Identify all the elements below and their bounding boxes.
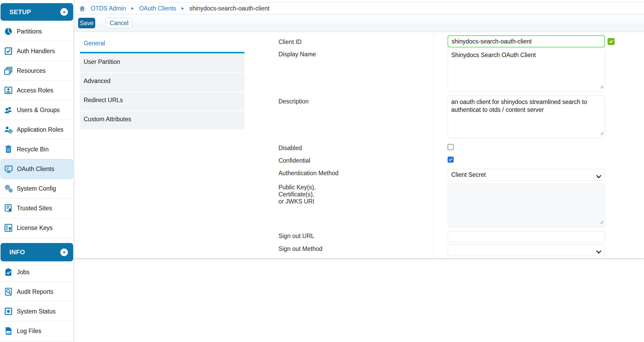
oauth-client-form: General User Partition Advanced Redirect… bbox=[74, 32, 644, 259]
sidebar-item-partitions[interactable]: Partitions bbox=[0, 22, 74, 41]
license-keys-icon bbox=[3, 223, 13, 233]
sidebar-item-recycle-bin[interactable]: Recycle Bin bbox=[0, 140, 74, 159]
auth-handlers-icon bbox=[3, 46, 13, 56]
description-label: Description bbox=[278, 98, 309, 105]
chevron-up-icon bbox=[62, 250, 66, 254]
save-button[interactable]: Save bbox=[78, 18, 95, 28]
oauth-clients-icon bbox=[4, 164, 14, 174]
jobs-icon bbox=[3, 267, 13, 277]
sidebar-item-log-files[interactable]: Log Log Files bbox=[0, 321, 74, 341]
sign-out-method-field bbox=[448, 244, 605, 256]
sidebar-item-label: Jobs bbox=[17, 269, 30, 276]
sidebar-item-label: Auth Handlers bbox=[17, 48, 55, 55]
recycle-bin-icon bbox=[3, 144, 13, 154]
collapse-setup-button[interactable] bbox=[60, 8, 68, 16]
setup-header-label: SETUP bbox=[9, 8, 31, 16]
sidebar-item-users-groups[interactable]: Users & Groups bbox=[0, 100, 74, 120]
client-id-input[interactable] bbox=[448, 35, 605, 47]
description-textarea[interactable]: an oauth client for shinydocs streamline… bbox=[448, 96, 605, 138]
info-section-header[interactable]: INFO bbox=[1, 243, 73, 261]
breadcrumb: OTDS Admin OAuth Clients shinydocs-searc… bbox=[74, 2, 644, 14]
breadcrumb-arrow-icon bbox=[181, 7, 184, 10]
sidebar-item-auth-handlers[interactable]: Auth Handlers bbox=[0, 41, 74, 61]
sign-out-url-input[interactable] bbox=[448, 231, 605, 242]
system-status-icon bbox=[3, 306, 13, 316]
authentication-method-field: Client Secret bbox=[448, 169, 605, 181]
svg-text:Log: Log bbox=[7, 331, 10, 334]
display-name-label: Display Name bbox=[278, 51, 316, 58]
sidebar-item-license-keys[interactable]: License Keys bbox=[0, 218, 74, 238]
sidebar-item-label: Log Files bbox=[17, 328, 41, 335]
sidebar-item-system-config[interactable]: System Config bbox=[0, 179, 74, 198]
tab-list: General User Partition Advanced Redirect… bbox=[80, 32, 244, 130]
resources-icon bbox=[3, 66, 13, 76]
tab-user-partition[interactable]: User Partition bbox=[80, 54, 244, 72]
chevron-down-icon bbox=[596, 173, 602, 180]
breadcrumb-arrow-icon bbox=[131, 7, 134, 10]
sidebar-item-label: License Keys bbox=[17, 224, 53, 231]
breadcrumb-link-otds-admin[interactable]: OTDS Admin bbox=[91, 5, 126, 12]
breadcrumb-current-item: shinydocs-search-oauth-client bbox=[189, 5, 270, 12]
trusted-sites-icon bbox=[3, 203, 13, 213]
cancel-button[interactable]: Cancel bbox=[106, 18, 132, 28]
action-toolbar: Save Cancel bbox=[74, 14, 644, 32]
sign-out-method-select[interactable] bbox=[448, 244, 605, 256]
disabled-label: Disabled bbox=[278, 145, 302, 152]
tab-custom-attributes[interactable]: Custom Attributes bbox=[80, 111, 244, 130]
authentication-method-select[interactable]: Client Secret bbox=[448, 169, 605, 181]
sidebar-item-system-status[interactable]: System Status bbox=[0, 302, 74, 321]
chevron-up-icon bbox=[62, 10, 66, 14]
sidebar-item-label: Access Roles bbox=[17, 87, 53, 94]
sign-out-method-label: Sign out Method bbox=[278, 245, 323, 252]
sign-out-url-label: Sign out URL bbox=[278, 233, 314, 240]
client-id-field bbox=[448, 35, 605, 47]
audit-reports-icon bbox=[3, 287, 13, 297]
disabled-checkbox[interactable] bbox=[448, 144, 454, 150]
sidebar-item-label: Application Roles bbox=[17, 126, 63, 133]
home-icon[interactable] bbox=[79, 5, 86, 12]
display-name-field: Shinydocs Search OAuth Client bbox=[448, 49, 605, 92]
public-keys-textarea[interactable] bbox=[448, 184, 605, 227]
sign-out-url-field bbox=[448, 231, 605, 242]
check-icon bbox=[448, 157, 453, 162]
sidebar-item-resources[interactable]: Resources bbox=[0, 61, 74, 81]
client-id-label: Client ID bbox=[278, 38, 302, 46]
client-id-valid-icon bbox=[608, 38, 615, 45]
sidebar-item-label: System Config bbox=[17, 185, 56, 192]
active-tab-indicator bbox=[80, 52, 244, 53]
sidebar-item-label: Users & Groups bbox=[17, 107, 60, 114]
sidebar-item-label: Recycle Bin bbox=[17, 146, 49, 153]
partitions-icon bbox=[3, 26, 13, 36]
system-config-icon bbox=[3, 184, 13, 194]
chevron-down-icon bbox=[596, 249, 602, 256]
sidebar-item-audit-reports[interactable]: Audit Reports bbox=[0, 282, 74, 302]
sidebar-item-access-roles[interactable]: Access Roles bbox=[0, 81, 74, 100]
display-name-textarea[interactable]: Shinydocs Search OAuth Client bbox=[448, 49, 605, 92]
application-roles-icon bbox=[3, 125, 13, 135]
sidebar-item-trusted-sites[interactable]: Trusted Sites bbox=[0, 198, 74, 218]
tab-redirect-urls[interactable]: Redirect URLs bbox=[80, 92, 244, 111]
sidebar-item-label: OAuth Clients bbox=[17, 166, 54, 173]
form-divider bbox=[433, 32, 433, 258]
sidebar-item-application-roles[interactable]: Application Roles bbox=[0, 120, 74, 140]
authentication-method-label: Authentication Method bbox=[278, 170, 339, 177]
sidebar-item-label: Trusted Sites bbox=[17, 205, 52, 212]
access-roles-icon bbox=[3, 85, 13, 95]
setup-section-header[interactable]: SETUP bbox=[1, 3, 73, 21]
setup-nav: Partitions Auth Handlers Resources Acces… bbox=[0, 22, 74, 238]
sidebar: SETUP Partitions Auth Handlers bbox=[0, 0, 74, 342]
description-field: an oauth client for shinydocs streamline… bbox=[448, 96, 605, 138]
sidebar-item-oauth-clients[interactable]: OAuth Clients bbox=[1, 159, 73, 179]
tab-general[interactable]: General bbox=[80, 32, 244, 52]
tab-advanced[interactable]: Advanced bbox=[80, 73, 244, 91]
sidebar-item-label: Resources bbox=[17, 67, 46, 74]
info-nav: Jobs Audit Reports System Status Log Log… bbox=[0, 262, 74, 341]
confidential-label: Confidential bbox=[278, 157, 310, 164]
confidential-checkbox[interactable] bbox=[448, 157, 454, 163]
sidebar-item-jobs[interactable]: Jobs bbox=[0, 262, 74, 282]
log-files-icon: Log bbox=[3, 326, 13, 336]
users-groups-icon bbox=[3, 105, 13, 115]
breadcrumb-link-oauth-clients[interactable]: OAuth Clients bbox=[139, 5, 176, 12]
info-header-label: INFO bbox=[9, 249, 25, 256]
collapse-info-button[interactable] bbox=[60, 249, 68, 256]
